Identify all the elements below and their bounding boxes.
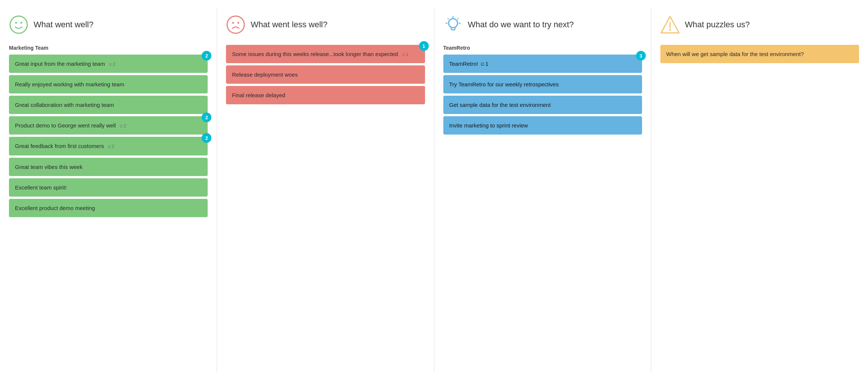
card-went-well-0-2[interactable]: Great collaboration with marketing team — [9, 96, 208, 114]
card-text-less-well-0-1: Release deployment woes — [232, 71, 419, 78]
card-group-went-well-1-2: Great team vibes this week — [9, 158, 208, 176]
card-text-went-well-1-1: Great feedback from first customers ☺2 — [15, 142, 202, 150]
card-text-went-well-1-4: Excellent product demo meeting — [15, 204, 202, 212]
card-text-went-well-0-0: Great input from the marketing team ☺2 — [15, 60, 202, 68]
bulb-icon — [443, 15, 463, 34]
card-text-try-next-0-1: Try TeamRetro for our weekly retrospecti… — [449, 80, 636, 88]
retro-board: What went well?Marketing TeamGreat input… — [0, 0, 868, 379]
svg-point-2 — [21, 22, 22, 24]
card-text-less-well-0-2: Final release delayed — [232, 91, 419, 99]
card-try-next-0-3[interactable]: Invite marketing to sprint review — [443, 116, 642, 135]
badge-try-next-0-0: 3 — [636, 51, 646, 61]
card-group-went-well-0-0: Great input from the marketing team ☺22 — [9, 55, 208, 73]
card-try-next-0-2[interactable]: Get sample data for the test environment — [443, 96, 642, 114]
vote-indicator-went-well-0-0: ☺2 — [106, 61, 115, 67]
badge-went-well-1-1: 2 — [202, 133, 211, 143]
card-text-went-well-1-3: Excellent team spirit! — [15, 184, 202, 191]
card-text-went-well-1-2: Great team vibes this week — [15, 163, 202, 171]
card-text-less-well-0-0: Some issues during this weeks release...… — [232, 50, 419, 58]
vote-indicator-went-well-1-1: ☺2 — [105, 144, 114, 149]
column-title-went-well: What went well? — [34, 20, 93, 30]
column-header-try-next: What do we want to try next? — [443, 15, 642, 34]
card-text-went-well-0-1: Really enjoyed working with marketing te… — [15, 80, 202, 88]
card-group-puzzles-0-0: When will we get sample data for the tes… — [660, 45, 859, 63]
card-group-went-well-1-3: Excellent team spirit! — [9, 178, 208, 197]
column-header-puzzles: What puzzles us? — [660, 15, 859, 34]
column-header-less-well: What went less well? — [226, 15, 425, 34]
badge-less-well-0-0: 1 — [419, 41, 429, 51]
section-label-went-well-0: Marketing Team — [9, 45, 208, 51]
svg-point-0 — [10, 16, 27, 33]
svg-point-1 — [15, 22, 17, 24]
card-group-try-next-0-1: Try TeamRetro for our weekly retrospecti… — [443, 75, 642, 93]
card-group-went-well-1-1: Great feedback from first customers ☺22 — [9, 137, 208, 155]
warning-icon — [660, 15, 680, 34]
column-went-well: What went well?Marketing TeamGreat input… — [0, 7, 217, 372]
card-try-next-0-0[interactable]: TeamRetro! ☺1 — [443, 55, 642, 73]
card-went-well-1-0[interactable]: Product demo to George went really well … — [9, 116, 208, 135]
card-less-well-0-2[interactable]: Final release delayed — [226, 86, 425, 104]
vote-indicator-less-well-0-0: ☺1 — [400, 52, 409, 57]
svg-line-10 — [448, 18, 449, 19]
card-group-try-next-0-0: TeamRetro! ☺13 — [443, 55, 642, 73]
card-group-try-next-0-3: Invite marketing to sprint review — [443, 116, 642, 135]
svg-point-15 — [669, 29, 671, 31]
card-went-well-1-2[interactable]: Great team vibes this week — [9, 158, 208, 176]
column-puzzles: What puzzles us?When will we get sample … — [651, 7, 868, 372]
card-text-try-next-0-0: TeamRetro! ☺1 — [449, 60, 636, 68]
vote-indicator-went-well-1-0: ☺2 — [117, 123, 126, 129]
badge-went-well-1-0: 2 — [202, 113, 211, 122]
card-went-well-0-1[interactable]: Really enjoyed working with marketing te… — [9, 75, 208, 93]
column-header-went-well: What went well? — [9, 15, 208, 34]
card-less-well-0-0[interactable]: Some issues during this weeks release...… — [226, 45, 425, 63]
card-text-went-well-1-0: Product demo to George went really well … — [15, 121, 202, 129]
column-try-next: What do we want to try next?TeamRetroTea… — [434, 7, 651, 372]
smiley-icon — [9, 15, 28, 34]
card-text-went-well-0-2: Great collaboration with marketing team — [15, 101, 202, 109]
card-group-went-well-1-0: Product demo to George went really well … — [9, 116, 208, 135]
svg-point-5 — [238, 22, 239, 24]
card-text-try-next-0-3: Invite marketing to sprint review — [449, 121, 636, 129]
card-try-next-0-1[interactable]: Try TeamRetro for our weekly retrospecti… — [443, 75, 642, 93]
badge-went-well-0-0: 2 — [202, 51, 211, 61]
card-group-less-well-0-2: Final release delayed — [226, 86, 425, 104]
card-group-try-next-0-2: Get sample data for the test environment — [443, 96, 642, 114]
card-group-less-well-0-0: Some issues during this weeks release...… — [226, 45, 425, 63]
svg-point-3 — [227, 16, 244, 33]
column-title-try-next: What do we want to try next? — [468, 20, 574, 30]
card-went-well-0-0[interactable]: Great input from the marketing team ☺2 — [9, 55, 208, 73]
column-title-less-well: What went less well? — [251, 20, 327, 30]
section-label-try-next-0: TeamRetro — [443, 45, 642, 51]
card-text-try-next-0-2: Get sample data for the test environment — [449, 101, 636, 109]
card-group-went-well-0-2: Great collaboration with marketing team — [9, 96, 208, 114]
card-text-puzzles-0-0: When will we get sample data for the tes… — [666, 50, 853, 58]
column-title-puzzles: What puzzles us? — [685, 20, 750, 30]
svg-point-6 — [449, 19, 458, 28]
card-group-went-well-1-4: Excellent product demo meeting — [9, 199, 208, 217]
frown-icon — [226, 15, 245, 34]
card-went-well-1-4[interactable]: Excellent product demo meeting — [9, 199, 208, 217]
card-went-well-1-1[interactable]: Great feedback from first customers ☺2 — [9, 137, 208, 155]
column-less-well: What went less well?Some issues during t… — [217, 7, 434, 372]
card-puzzles-0-0[interactable]: When will we get sample data for the tes… — [660, 45, 859, 63]
card-group-went-well-0-1: Really enjoyed working with marketing te… — [9, 75, 208, 93]
svg-point-4 — [232, 22, 234, 24]
card-less-well-0-1[interactable]: Release deployment woes — [226, 65, 425, 84]
card-group-less-well-0-1: Release deployment woes — [226, 65, 425, 84]
card-went-well-1-3[interactable]: Excellent team spirit! — [9, 178, 208, 197]
svg-line-9 — [458, 18, 458, 19]
